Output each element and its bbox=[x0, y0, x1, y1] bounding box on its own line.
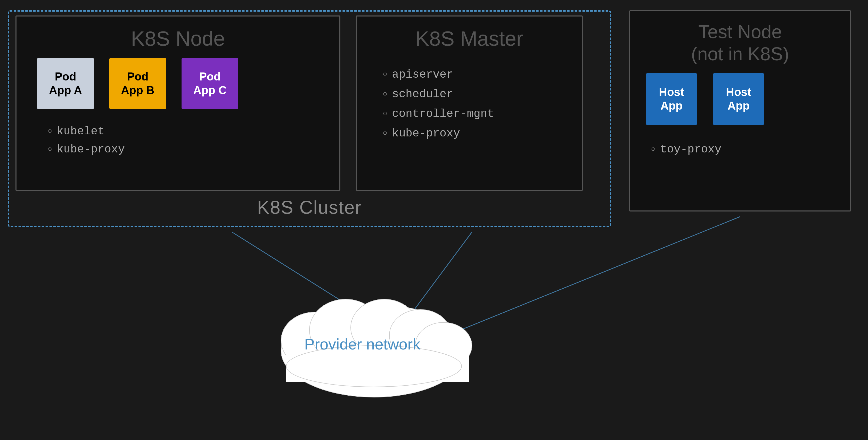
pod-app-a: PodApp A bbox=[37, 58, 94, 109]
master-service-apiserver: apiserver bbox=[383, 68, 494, 81]
diagram-container: K8S Cluster K8S Node PodApp A PodApp B P… bbox=[0, 0, 868, 440]
pod-app-b: PodApp B bbox=[109, 58, 166, 109]
svg-point-6 bbox=[351, 299, 418, 356]
test-services-list: toy-proxy bbox=[651, 143, 721, 156]
k8s-node: K8S Node PodApp A PodApp B PodApp C kube… bbox=[16, 15, 340, 191]
node-service-kubelet: kubelet bbox=[48, 125, 125, 138]
master-services-list: apiserver scheduler controller-mgnt kube… bbox=[383, 68, 494, 147]
node-services-list: kubelet kube-proxy bbox=[48, 125, 125, 161]
k8s-master: K8S Master apiserver scheduler controlle… bbox=[356, 15, 583, 191]
svg-rect-9 bbox=[286, 351, 469, 382]
svg-point-5 bbox=[309, 299, 382, 361]
test-node: Test Node(not in K8S) HostApp HostApp to… bbox=[629, 10, 851, 212]
host-app-1: HostApp bbox=[646, 73, 697, 125]
k8s-node-label: K8S Node bbox=[131, 27, 225, 51]
k8s-cluster-label: K8S Cluster bbox=[257, 197, 362, 218]
master-service-kube-proxy: kube-proxy bbox=[383, 127, 494, 140]
svg-point-10 bbox=[286, 346, 462, 387]
svg-point-4 bbox=[281, 312, 348, 369]
master-service-scheduler: scheduler bbox=[383, 88, 494, 101]
host-app-2: HostApp bbox=[713, 73, 764, 125]
svg-point-7 bbox=[390, 310, 451, 361]
svg-line-0 bbox=[232, 232, 392, 333]
k8s-master-label: K8S Master bbox=[415, 27, 523, 51]
svg-line-2 bbox=[454, 217, 740, 333]
test-service-toy-proxy: toy-proxy bbox=[651, 143, 721, 156]
pods-row: PodApp A PodApp B PodApp C bbox=[37, 58, 238, 109]
host-apps-row: HostApp HostApp bbox=[646, 73, 764, 125]
svg-point-8 bbox=[415, 322, 472, 369]
node-service-kube-proxy: kube-proxy bbox=[48, 143, 125, 156]
svg-point-3 bbox=[281, 304, 467, 397]
svg-line-1 bbox=[397, 232, 472, 333]
pod-app-c: PodApp C bbox=[182, 58, 238, 109]
master-service-controller-mgnt: controller-mgnt bbox=[383, 107, 494, 120]
provider-network-label: Provider network bbox=[304, 335, 420, 353]
test-node-label: Test Node(not in K8S) bbox=[691, 21, 789, 65]
